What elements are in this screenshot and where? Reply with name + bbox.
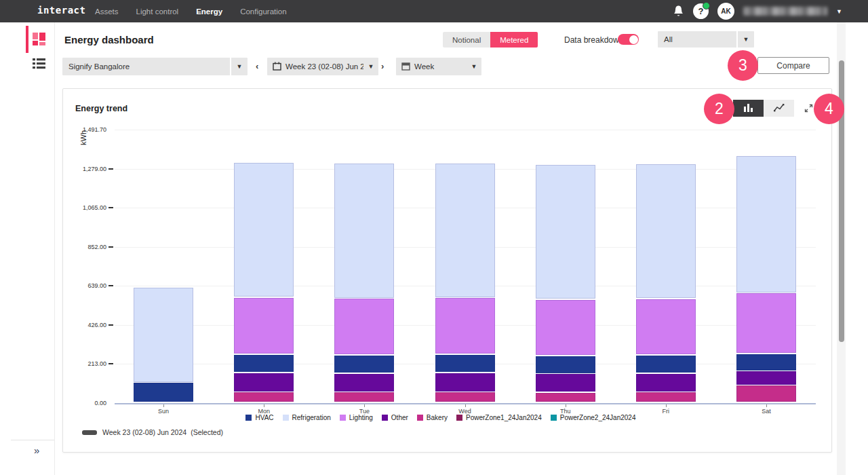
bar-segment-refrigeration-thu[interactable] [536, 165, 595, 299]
legend-swatch [417, 415, 423, 421]
chevron-down-icon[interactable]: ▼ [736, 31, 754, 48]
bar-segment-bakery-wed[interactable] [435, 392, 495, 402]
bar-segment-bakery-thu[interactable] [536, 393, 595, 402]
legend-item-other[interactable]: Other [382, 414, 408, 421]
app-window: interact Assets Light control Energy Con… [0, 0, 868, 475]
chevron-down-icon[interactable]: ▼ [467, 63, 481, 70]
series-legend: HVACRefrigerationLightingOtherBakeryPowe… [90, 414, 791, 421]
bar-segment-bakery-tue[interactable] [334, 392, 394, 402]
data-breakdown-toggle[interactable] [618, 34, 639, 45]
bar-segment-hvac-wed[interactable] [435, 355, 495, 373]
y-tick-label: 639.00 [63, 282, 106, 289]
bar-segment-lighting-tue[interactable] [334, 299, 394, 354]
bar-segment-lighting-sat[interactable] [736, 293, 796, 353]
sidebar-item-list[interactable] [33, 58, 47, 71]
top-nav-right: ? AK ▼ [673, 0, 842, 22]
bar-segment-hvac-sun[interactable] [134, 383, 193, 402]
bar-segment-other-mon[interactable] [234, 373, 294, 392]
legend-item-hvac[interactable]: HVAC [245, 414, 273, 421]
site-select[interactable]: Signify Bangalore ▼ [62, 58, 248, 75]
bar-segment-hvac-thu[interactable] [536, 356, 595, 373]
week-range-select[interactable]: Week 23 (02-08) Jun 2024 ▼ [267, 58, 378, 75]
bar-segment-lighting-thu[interactable] [536, 300, 595, 355]
bar-segment-lighting-fri[interactable] [636, 299, 696, 355]
bar-segment-other-sat[interactable] [736, 371, 796, 385]
bar-segment-hvac-fri[interactable] [636, 356, 696, 373]
top-nav: interact Assets Light control Energy Con… [0, 0, 868, 22]
legend-item-powerzone2_24jan2024[interactable]: PowerZone2_24Jan2024 [551, 414, 636, 421]
y-tick-mark [108, 285, 113, 286]
y-tick-label: 1,491.70 [63, 126, 106, 133]
legend-label: HVAC [255, 414, 273, 421]
bar-segment-hvac-tue[interactable] [334, 356, 394, 373]
compare-button[interactable]: Compare [757, 57, 829, 74]
help-status-dot [703, 2, 710, 10]
annotation-badge-4: 4 [814, 94, 844, 124]
scope-select[interactable]: All ▼ [658, 31, 754, 48]
chevron-down-icon[interactable]: ▼ [363, 63, 378, 70]
chevron-down-icon[interactable]: ▼ [230, 58, 248, 75]
top-nav-menu: Assets Light control Energy Configuratio… [95, 0, 287, 22]
bar-segment-lighting-wed[interactable] [435, 298, 495, 354]
next-week-button[interactable]: › [381, 61, 384, 71]
bar-segment-other-fri[interactable] [636, 374, 696, 392]
help-icon[interactable]: ? [693, 3, 709, 19]
site-select-value: Signify Bangalore [62, 62, 230, 71]
sidebar: » [0, 22, 55, 475]
bar-segment-bakery-mon[interactable] [234, 392, 294, 402]
user-menu-caret-icon[interactable]: ▼ [836, 8, 842, 15]
nav-assets[interactable]: Assets [95, 7, 119, 16]
sidebar-item-dashboard[interactable] [33, 33, 47, 46]
legend-item-lighting[interactable]: Lighting [340, 414, 373, 421]
calendar-icon [273, 62, 281, 72]
y-tick-mark [108, 324, 113, 326]
sidebar-active-indicator [26, 26, 28, 53]
bar-segment-other-wed[interactable] [435, 373, 495, 392]
x-tick-mark [766, 404, 767, 407]
y-tick-mark [108, 246, 113, 248]
bar-segment-refrigeration-sat[interactable] [736, 156, 796, 292]
sidebar-expand-button[interactable]: » [34, 444, 39, 456]
scope-select-value: All [658, 35, 736, 43]
nav-light-control[interactable]: Light control [136, 7, 179, 16]
bar-segment-hvac-sat[interactable] [736, 354, 796, 370]
toggle-knob [629, 35, 638, 44]
y-tick-label: 1,279.00 [63, 166, 106, 172]
bar-segment-lighting-mon[interactable] [234, 298, 294, 354]
nav-configuration[interactable]: Configuration [240, 7, 286, 16]
legend-label: Other [391, 414, 408, 421]
x-tick-mark [465, 404, 466, 407]
legend-swatch [382, 415, 388, 421]
week-legend-swatch [82, 430, 97, 435]
app-logo[interactable]: interact [37, 5, 85, 16]
bar-segment-bakery-sat[interactable] [736, 385, 796, 402]
avatar[interactable]: AK [717, 3, 734, 20]
bar-segment-refrigeration-tue[interactable] [334, 164, 394, 297]
bar-segment-hvac-mon[interactable] [234, 355, 294, 373]
legend-item-powerzone1_24jan2024[interactable]: PowerZone1_24Jan2024 [456, 414, 542, 421]
nav-energy[interactable]: Energy [196, 7, 222, 16]
legend-item-bakery[interactable]: Bakery [417, 414, 448, 421]
chart-plot-area: 0.00213.00426.00639.00852.001,065.001,27… [63, 89, 831, 452]
bar-segment-refrigeration-wed[interactable] [435, 164, 495, 297]
notional-button[interactable]: Notional [443, 32, 490, 48]
bell-icon[interactable] [673, 5, 684, 18]
metered-button[interactable]: Metered [490, 32, 538, 48]
x-tick-mark [264, 404, 264, 407]
dashboard-icon [33, 36, 46, 48]
legend-swatch [456, 415, 462, 421]
bar-segment-bakery-fri[interactable] [636, 392, 696, 402]
prev-week-button[interactable]: ‹ [256, 61, 258, 71]
bar-segment-refrigeration-mon[interactable] [234, 163, 294, 297]
x-tick-mark [666, 404, 667, 407]
week-legend-suffix: (Selected) [191, 428, 223, 436]
bar-segment-other-thu[interactable] [536, 374, 595, 392]
granularity-select[interactable]: Week ▼ [396, 58, 481, 75]
x-tick-mark [566, 404, 566, 407]
bar-segment-refrigeration-fri[interactable] [636, 164, 696, 298]
legend-item-refrigeration[interactable]: Refrigeration [283, 414, 331, 421]
bar-segment-refrigeration-sun[interactable] [134, 288, 193, 381]
bar-segment-other-tue[interactable] [334, 374, 394, 392]
granularity-value: Week [410, 62, 467, 71]
gridline [115, 130, 816, 130]
